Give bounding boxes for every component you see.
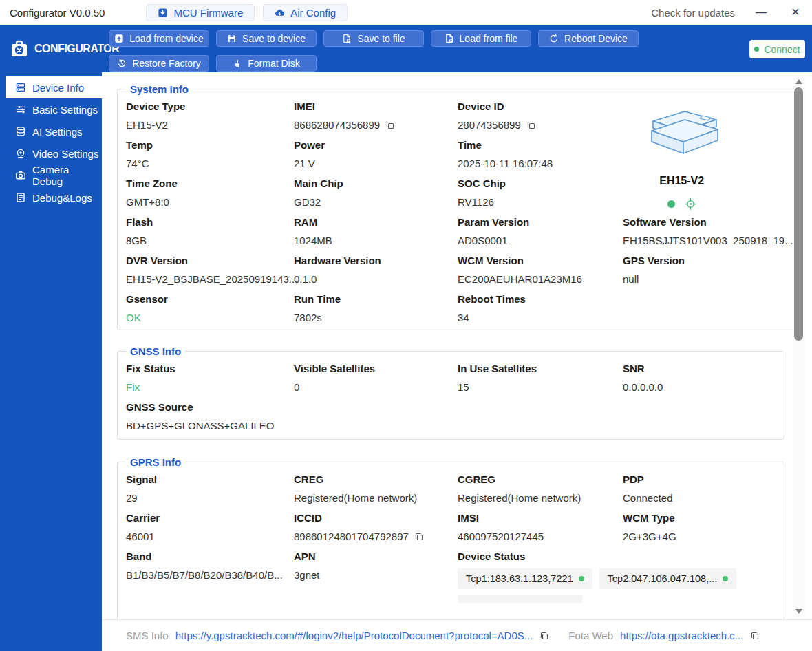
copy-icon[interactable] <box>539 631 549 641</box>
restore-factory-button[interactable]: Restore Factory <box>109 55 209 72</box>
load-from-device-button[interactable]: Load from device <box>109 30 209 47</box>
field-label: In Use Satellites <box>458 359 623 378</box>
chip-label: Tcp1:183.63.1.123,7221 <box>466 573 573 584</box>
close-button[interactable]: ✕ <box>787 4 804 21</box>
cloud-icon <box>275 8 285 18</box>
field <box>623 397 777 436</box>
field-label: APN <box>294 546 458 566</box>
connect-button[interactable]: Connect <box>749 40 805 58</box>
sms-info-link[interactable]: https://y.gpstracktech.com/#/loginv2/hel… <box>175 630 533 641</box>
field-value: AD0S0001 <box>458 231 623 250</box>
scrollbar[interactable] <box>793 76 804 617</box>
field: Device ID28074356899 <box>458 96 623 135</box>
button-label: Save to file <box>357 33 405 44</box>
fota-web-label: Fota Web <box>568 630 613 641</box>
logo-text: CONFIGURATOR <box>34 43 119 55</box>
titlebar: Configurator V0.0.50 MCU Firmware Air Co… <box>0 0 812 25</box>
check-for-updates-link[interactable]: Check for updates <box>651 7 735 19</box>
field: Time2025-10-11 16:07:48 <box>458 135 623 173</box>
copy-icon[interactable] <box>385 120 395 130</box>
field-value: 868628074356899 <box>294 116 458 135</box>
field-label: IMSI <box>458 508 623 527</box>
field-value: 0.0.0.0.0 <box>623 378 777 397</box>
field <box>623 289 793 328</box>
field: Temp74°C <box>126 135 294 173</box>
scroll-down-arrow[interactable] <box>793 606 804 617</box>
save-to-device-button[interactable]: Save to device <box>216 30 317 47</box>
field-value: GD32 <box>294 193 458 212</box>
field: In Use Satellites15 <box>458 359 623 397</box>
save-to-file-button[interactable]: Save to file <box>323 30 424 47</box>
field: Reboot Times34 <box>458 289 623 328</box>
field: Software VersionEH15BSJJTS101V003_250918… <box>623 212 793 250</box>
field-label: DVR Version <box>126 250 294 270</box>
scrollbar-thumb[interactable] <box>794 87 803 341</box>
connect-label: Connect <box>764 44 800 55</box>
field: Flash8GB <box>126 212 294 250</box>
field-label: Device Status <box>458 546 777 566</box>
scroll-up-arrow[interactable] <box>793 76 804 87</box>
field-label: Param Version <box>458 212 623 231</box>
reboot-device-button[interactable]: Reboot Device <box>538 30 639 47</box>
gprs-info-section: GPRS Info Signal29CREGRegistered(Home ne… <box>117 456 784 619</box>
sidebar-item-device-info[interactable]: Device Info <box>6 76 102 98</box>
copy-icon[interactable] <box>414 532 424 542</box>
mcu-firmware-label: MCU Firmware <box>173 7 243 19</box>
field-value: 2G+3G+4G <box>623 527 777 546</box>
gprs-info-grid: Signal29CREGRegistered(Home network)CGRE… <box>126 469 777 606</box>
field-label: ICCID <box>294 508 458 527</box>
field: CGREGRegistered(Home network) <box>458 469 623 508</box>
device-info-icon <box>15 82 26 93</box>
field: Param VersionAD0S0001 <box>458 212 623 250</box>
field-label: WCM Type <box>623 508 777 527</box>
sidebar-item-video-settings[interactable]: Video Settings <box>6 142 102 164</box>
field-label: Signal <box>126 469 294 489</box>
field: Device StatusTcp1:183.63.1.123,7221Tcp2:… <box>458 546 777 606</box>
button-label: Format Disk <box>248 58 299 69</box>
floppy-icon <box>227 34 237 43</box>
app-logo: CONFIGURATOR <box>0 25 102 72</box>
gnss-info-grid: Fix StatusFixVisible Satellites0In Use S… <box>126 359 777 436</box>
copy-icon[interactable] <box>526 120 536 130</box>
copy-icon[interactable] <box>750 631 760 641</box>
field: Time ZoneGMT+8:0 <box>126 173 294 212</box>
sidebar: Device InfoBasic SettingsAI SettingsVide… <box>0 72 102 651</box>
button-label: Save to device <box>242 33 306 44</box>
sidebar-item-debug-logs[interactable]: Debug&Logs <box>6 186 102 209</box>
field-value: 7802s <box>294 308 458 328</box>
minimize-button[interactable]: — <box>753 4 769 21</box>
sidebar-item-camera-debug[interactable]: Camera Debug <box>6 164 102 186</box>
firmware-download-icon <box>158 8 168 18</box>
field-value: 3gnet <box>294 566 458 585</box>
status-chip: Tcp1:183.63.1.123,7221 <box>458 568 592 589</box>
sidebar-item-ai-settings[interactable]: AI Settings <box>6 120 102 142</box>
fota-web-link[interactable]: https://ota.gpstracktech.c... <box>620 630 743 641</box>
file-load-icon <box>445 34 454 43</box>
locate-target-icon[interactable] <box>685 198 696 210</box>
load-from-file-button[interactable]: Load from file <box>431 30 531 47</box>
field <box>458 397 623 436</box>
air-config-button[interactable]: Air Config <box>263 4 348 21</box>
field-label: SNR <box>623 359 777 378</box>
field-label: CGREG <box>458 469 623 489</box>
field-value: null <box>623 270 793 289</box>
status-chip: Tcp2:047.106.047.108,... <box>599 568 737 589</box>
field: Run Time7802s <box>294 289 458 328</box>
app-title: Configurator V0.0.50 <box>10 7 105 19</box>
field-label: Time Zone <box>126 173 294 193</box>
main-content: System Info Device TypeEH15-V2IMEI868628… <box>102 72 812 651</box>
field: WCM VersionEC200AEUHAR01A23M16 <box>458 250 623 289</box>
field-value: Registered(Home network) <box>458 489 623 508</box>
button-label: Load from device <box>129 33 203 44</box>
format-disk-button[interactable]: Format Disk <box>216 55 317 72</box>
device-model-name: EH15-V2 <box>623 175 740 187</box>
restore-icon <box>117 58 127 68</box>
field-value: GMT+8:0 <box>126 193 294 212</box>
field: GNSS SourceBD+GPS+GLONASS+GALILEO <box>126 397 294 436</box>
field-value: Registered(Home network) <box>294 489 458 508</box>
sidebar-item-basic-settings[interactable]: Basic Settings <box>6 98 102 120</box>
field-value: BD+GPS+GLONASS+GALILEO <box>126 416 294 436</box>
field: Fix StatusFix <box>126 359 294 397</box>
field-label: Time <box>458 135 623 154</box>
mcu-firmware-button[interactable]: MCU Firmware <box>146 4 255 21</box>
